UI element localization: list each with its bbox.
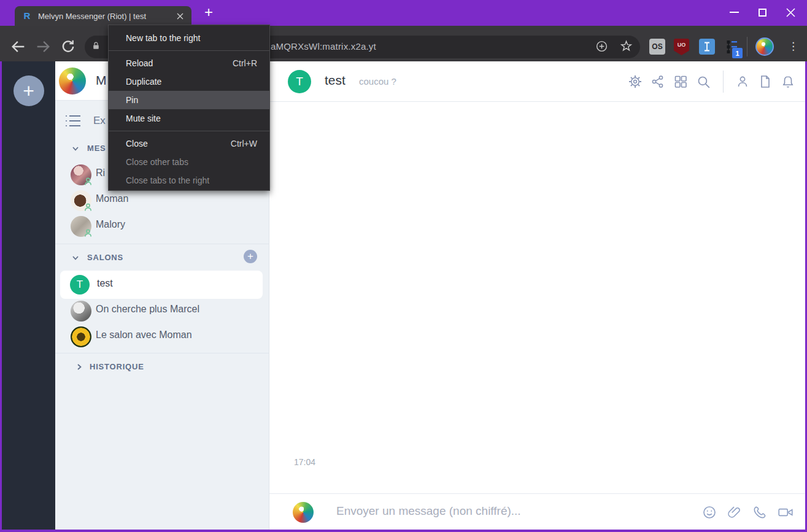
room-name: test (97, 278, 113, 289)
menu-item-mute-site[interactable]: Mute site (109, 109, 269, 128)
menu-item-close-tabs-right: Close tabs to the right (109, 171, 269, 190)
riot-favicon-icon: R (22, 11, 32, 21)
video-call-icon[interactable] (777, 504, 794, 520)
dm-name: Malory (96, 219, 125, 230)
minimize-button[interactable] (720, 0, 748, 25)
menu-item-close[interactable]: CloseCtrl+W (109, 134, 269, 153)
apps-grid-icon[interactable] (673, 74, 688, 89)
filter-icon (64, 113, 82, 129)
community-sidebar: + (2, 61, 55, 530)
room-item[interactable]: On cherche plus Marcel (55, 298, 269, 324)
menu-item-duplicate[interactable]: Duplicate (109, 72, 269, 91)
browser-profile-avatar[interactable] (755, 37, 774, 56)
room-avatar: T (70, 275, 90, 295)
reload-button[interactable] (60, 38, 77, 55)
share-icon[interactable] (651, 74, 665, 89)
presence-icon (83, 228, 93, 237)
emoji-icon[interactable] (701, 504, 717, 520)
room-avatar (71, 326, 91, 347)
message-timestamp: 17:04 (294, 457, 315, 467)
tab-context-menu: New tab to the right ReloadCtrl+R Duplic… (108, 25, 270, 191)
dm-item[interactable]: Moman (55, 188, 269, 214)
chat-panel: T test coucou ? (269, 61, 805, 530)
room-title: test (325, 73, 346, 88)
menu-item-new-tab-right[interactable]: New tab to the right (109, 29, 269, 47)
attachment-paperclip-icon[interactable] (727, 504, 743, 520)
new-tab-button[interactable]: + (200, 4, 217, 22)
chevron-down-icon[interactable] (71, 144, 80, 153)
menu-separator (109, 131, 269, 131)
close-window-button[interactable] (776, 0, 805, 25)
members-icon[interactable] (735, 74, 750, 89)
extension-as-icon[interactable]: OS (649, 39, 665, 55)
header-separator (723, 71, 724, 93)
presence-icon (83, 177, 93, 186)
files-icon[interactable] (758, 74, 773, 89)
rooms-section-header[interactable]: SALONS (87, 253, 123, 262)
voice-call-icon[interactable] (752, 504, 768, 520)
presence-icon (83, 202, 93, 212)
composer-actions (701, 494, 794, 530)
lock-icon[interactable] (91, 40, 101, 51)
zoom-page-icon[interactable] (595, 39, 609, 53)
back-button[interactable] (10, 38, 27, 55)
explore-label: Ex (93, 115, 106, 127)
user-avatar[interactable] (59, 67, 86, 94)
room-name: On cherche plus Marcel (96, 304, 199, 315)
maximize-button[interactable] (748, 0, 776, 25)
menu-item-pin[interactable]: Pin (109, 91, 269, 109)
message-input[interactable]: Envoyer un message (non chiffré)... (336, 504, 521, 518)
add-room-button[interactable]: + (244, 250, 257, 263)
room-name: Le salon avec Moman (96, 330, 192, 341)
divider (55, 244, 269, 244)
dm-name: Ri (96, 168, 105, 179)
chevron-down-icon[interactable] (71, 253, 80, 262)
divider (55, 353, 269, 353)
dm-section-header[interactable]: MES (87, 144, 106, 153)
toolbar-separator (747, 37, 747, 56)
extension-ibeam-icon[interactable] (699, 39, 715, 55)
url-text[interactable]: aMQRXsWl:matrix.x2a.yt (271, 41, 376, 52)
dm-name: Moman (96, 193, 128, 204)
history-section-header[interactable]: HISTORIQUE (90, 362, 144, 371)
chevron-right-icon[interactable] (75, 363, 83, 371)
browser-menu-icon[interactable]: ⋮ (788, 38, 798, 55)
tab-title: Melvyn Messenger (Riot) | test (38, 12, 174, 21)
settings-gear-icon[interactable] (628, 74, 643, 89)
room-header-avatar[interactable]: T (288, 70, 311, 93)
bookmark-star-icon[interactable] (619, 39, 633, 53)
browser-window: R Melvyn Messenger (Riot) | test + aMQRX… (0, 0, 807, 532)
tab-close-icon[interactable] (174, 10, 185, 21)
user-name: M (96, 73, 107, 88)
dm-item[interactable]: Malory (55, 214, 269, 239)
menu-item-reload[interactable]: ReloadCtrl+R (109, 54, 269, 72)
extension-badge: 1 (732, 48, 743, 58)
tab-bar: R Melvyn Messenger (Riot) | test + (0, 0, 807, 26)
room-item[interactable]: Le salon avec Moman (55, 324, 269, 350)
menu-item-close-other-tabs: Close other tabs (109, 153, 269, 171)
menu-separator (109, 50, 269, 51)
notifications-bell-icon[interactable] (781, 74, 795, 89)
message-composer: Envoyer un message (non chiffré)... (269, 493, 805, 530)
search-icon[interactable] (696, 74, 711, 90)
room-header: T test coucou ? (269, 61, 805, 102)
room-header-actions (628, 61, 795, 102)
room-topic: coucou ? (359, 76, 396, 87)
forward-button[interactable] (34, 38, 52, 55)
browser-tab[interactable]: R Melvyn Messenger (Riot) | test (15, 6, 191, 26)
room-avatar (71, 301, 91, 322)
window-controls (720, 0, 805, 25)
add-community-button[interactable]: + (14, 75, 44, 106)
composer-avatar (293, 502, 314, 523)
room-item-selected[interactable]: T test (60, 271, 263, 299)
